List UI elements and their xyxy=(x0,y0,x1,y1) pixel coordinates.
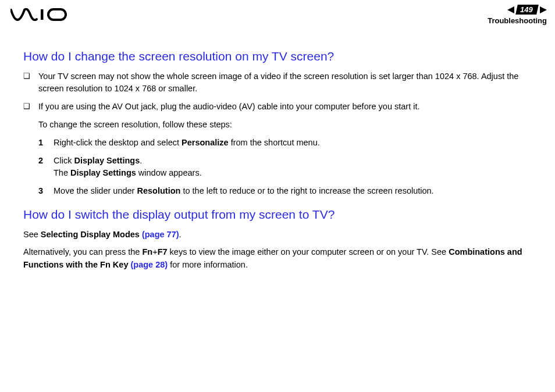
page-content: How do I change the screen resolution on… xyxy=(0,27,555,271)
prev-page-arrow-icon[interactable] xyxy=(506,6,515,14)
paragraph: See Selecting Display Modes (page 77). xyxy=(23,229,535,241)
svg-marker-3 xyxy=(540,6,547,13)
step-item: 3 Move the slider under Resolution to th… xyxy=(38,185,535,197)
step-item: 2 Click Display Settings.The Display Set… xyxy=(38,155,535,179)
step-text: Right-click the desktop and select Perso… xyxy=(54,137,535,149)
bullet-item: ❑ If you are using the AV Out jack, plug… xyxy=(23,101,535,113)
step-text: Click Display Settings.The Display Setti… xyxy=(54,155,535,179)
svg-rect-1 xyxy=(48,9,66,20)
page-link[interactable]: (page 28) xyxy=(130,260,168,269)
bullet-text: If you are using the AV Out jack, plug t… xyxy=(38,101,535,113)
bullet-icon: ❑ xyxy=(23,70,31,95)
step-item: 1 Right-click the desktop and select Per… xyxy=(38,137,535,149)
next-page-arrow-icon[interactable] xyxy=(539,6,548,14)
step-number: 2 xyxy=(38,155,45,179)
step-text: Move the slider under Resolution to the … xyxy=(54,185,535,197)
svg-rect-0 xyxy=(41,9,44,20)
vaio-logo xyxy=(10,8,69,21)
section-title: Troubleshooting xyxy=(488,16,547,25)
bullet-item: ❑ Your TV screen may not show the whole … xyxy=(23,70,535,95)
step-number: 1 xyxy=(38,137,45,149)
page-indicator: 149 Troubleshooting xyxy=(488,5,548,25)
question-2-title: How do I switch the display output from … xyxy=(23,208,535,222)
question-1-title: How do I change the screen resolution on… xyxy=(23,49,535,63)
steps-intro: To change the screen resolution, follow … xyxy=(38,119,535,131)
step-number: 3 xyxy=(38,185,45,197)
page-number-badge: 149 xyxy=(515,5,538,15)
page-header: 149 Troubleshooting xyxy=(0,0,555,27)
svg-marker-2 xyxy=(507,6,514,13)
bullet-text: Your TV screen may not show the whole sc… xyxy=(38,70,535,95)
paragraph: Alternatively, you can press the Fn+F7 k… xyxy=(23,246,535,272)
bullet-icon: ❑ xyxy=(23,101,31,113)
page-link[interactable]: (page 77) xyxy=(142,230,179,239)
